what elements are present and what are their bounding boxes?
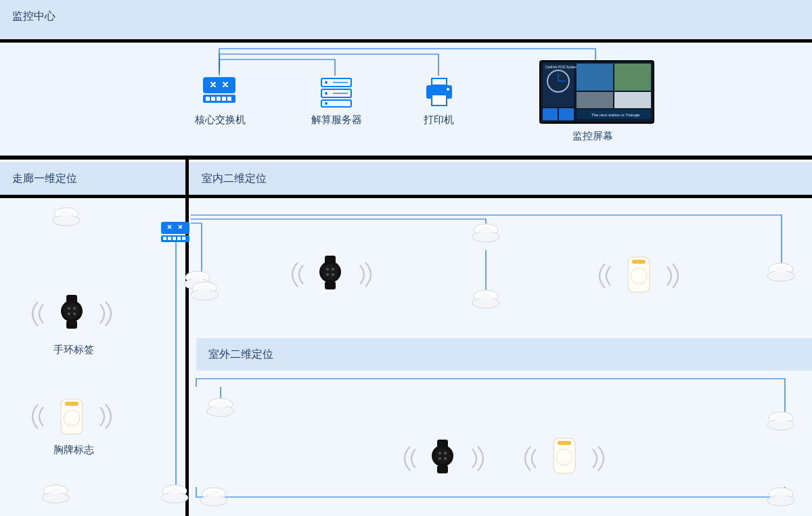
label-monitor-screen: 监控屏幕 [552,130,633,143]
svg-rect-5 [206,97,210,101]
svg-rect-50 [161,222,189,234]
signal-waves-icon [524,445,605,472]
separator [0,39,812,43]
svg-rect-53 [168,237,171,240]
svg-point-15 [325,102,328,105]
uwb-anchor-icon [471,289,501,310]
svg-point-13 [325,81,328,84]
uwb-anchor-icon [41,484,70,505]
uwb-anchor-icon [766,262,796,283]
core-switch-icon [200,74,238,107]
svg-text:The next station is Triangle: The next station is Triangle [591,113,640,117]
uwb-anchor-icon [766,487,796,507]
uwb-anchor-icon [471,223,501,243]
uwb-anchor-icon [199,487,229,507]
uwb-anchor-icon [766,411,796,431]
svg-rect-18 [432,78,447,85]
section-title-indoor: 室内二维定位 [189,162,812,195]
svg-rect-6 [211,97,215,101]
svg-point-14 [325,92,328,95]
svg-rect-29 [559,108,574,120]
svg-rect-55 [177,237,181,240]
svg-rect-33 [614,92,651,108]
signal-waves-icon [31,300,112,327]
section-title-monitoring-center: 监控中心 [0,0,812,32]
svg-rect-32 [577,92,613,108]
svg-rect-31 [614,64,651,91]
label-server: 解算服务器 [306,114,367,126]
svg-rect-30 [577,64,613,91]
svg-rect-3 [203,77,235,93]
switch-small-icon [160,220,191,245]
monitor-screen-icon: CatFish POS System The next station is T… [539,60,655,124]
separator-vertical [185,160,189,516]
svg-rect-52 [163,237,166,240]
printer-icon [422,76,456,108]
section-title-outdoor: 室外二维定位 [196,338,812,371]
separator [0,156,812,160]
svg-rect-9 [227,97,231,101]
diagram-stage: 监控中心 走廊一维定位 室内二维定位 室外二维定位 [0,0,812,516]
uwb-anchor-icon [160,484,189,505]
uwb-anchor-icon [189,281,219,302]
bg-center [0,41,812,156]
signal-waves-icon [403,445,484,472]
svg-rect-7 [217,97,221,101]
svg-text:CatFish POS System: CatFish POS System [545,65,577,69]
signal-waves-icon [598,262,679,289]
server-icon [319,76,353,108]
svg-rect-8 [222,97,226,101]
uwb-anchor-icon [51,207,81,227]
section-title-corridor: 走廊一维定位 [0,162,189,195]
svg-rect-20 [432,95,447,105]
svg-rect-56 [182,237,185,240]
svg-rect-28 [543,108,558,120]
signal-waves-icon [291,261,372,288]
svg-point-21 [447,88,449,91]
label-printer: 打印机 [411,114,466,126]
svg-rect-54 [173,237,176,240]
label-watch: 手环标签 [43,344,104,356]
separator [0,195,812,198]
uwb-anchor-icon [206,398,235,418]
label-core-switch: 核心交换机 [189,114,250,126]
signal-waves-icon [31,403,112,430]
label-badge: 胸牌标志 [43,444,104,456]
